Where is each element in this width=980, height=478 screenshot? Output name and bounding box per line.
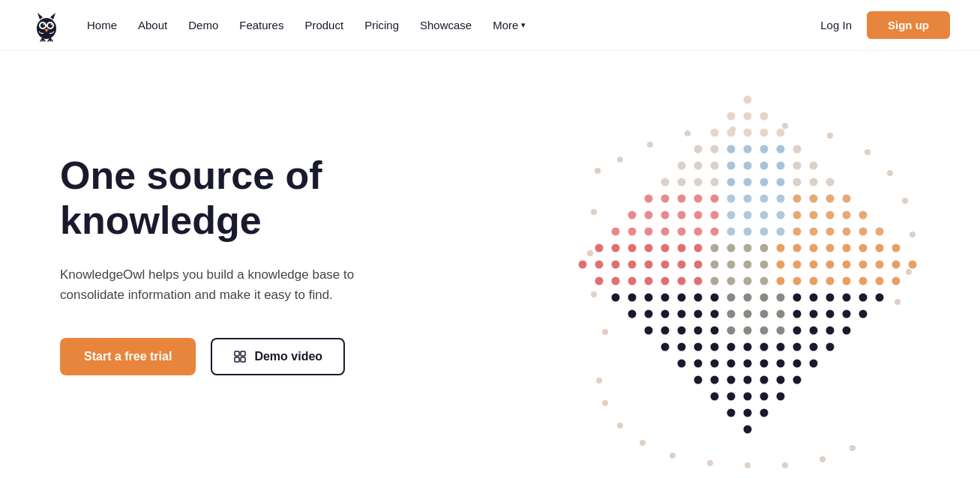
svg-rect-11	[241, 351, 245, 356]
svg-point-7	[43, 23, 45, 25]
more-label: More	[493, 19, 518, 31]
nav-pricing[interactable]: Pricing	[364, 19, 399, 31]
grid-icon	[233, 350, 247, 363]
nav-right: Log In Sign up	[820, 11, 950, 39]
hero-content: One source of knowledge KnowledgeOwl hel…	[60, 154, 420, 375]
demo-label: Demo video	[254, 350, 322, 363]
dot-diamond	[538, 55, 958, 474]
nav-about[interactable]: About	[138, 19, 167, 31]
nav-showcase[interactable]: Showcase	[420, 19, 472, 31]
nav-links: Home About Demo Features Product Pricing…	[87, 19, 526, 31]
demo-button[interactable]: Demo video	[211, 338, 345, 375]
hero-illustration	[515, 51, 980, 478]
svg-point-0	[37, 18, 56, 39]
hero-section: One source of knowledge KnowledgeOwl hel…	[0, 51, 980, 478]
hero-title: One source of knowledge	[60, 154, 420, 243]
svg-marker-2	[50, 13, 55, 19]
navigation: Home About Demo Features Product Pricing…	[0, 0, 980, 51]
logo[interactable]	[30, 9, 63, 42]
nav-left: Home About Demo Features Product Pricing…	[30, 9, 526, 42]
nav-more-button[interactable]: More ▾	[493, 19, 526, 31]
nav-demo[interactable]: Demo	[188, 19, 218, 31]
signup-button[interactable]: Sign up	[867, 11, 950, 39]
trial-button[interactable]: Start a free trial	[60, 338, 196, 375]
hero-subtitle: KnowledgeOwl helps you build a knowledge…	[60, 264, 420, 305]
svg-rect-10	[235, 351, 239, 356]
svg-rect-12	[235, 357, 239, 362]
nav-features[interactable]: Features	[239, 19, 283, 31]
chevron-down-icon: ▾	[521, 20, 526, 30]
svg-rect-13	[241, 357, 245, 362]
nav-home[interactable]: Home	[87, 19, 117, 31]
nav-product[interactable]: Product	[304, 19, 343, 31]
svg-marker-1	[37, 13, 43, 19]
svg-point-8	[51, 23, 52, 25]
login-button[interactable]: Log In	[820, 19, 852, 31]
hero-buttons: Start a free trial Demo video	[60, 338, 420, 375]
